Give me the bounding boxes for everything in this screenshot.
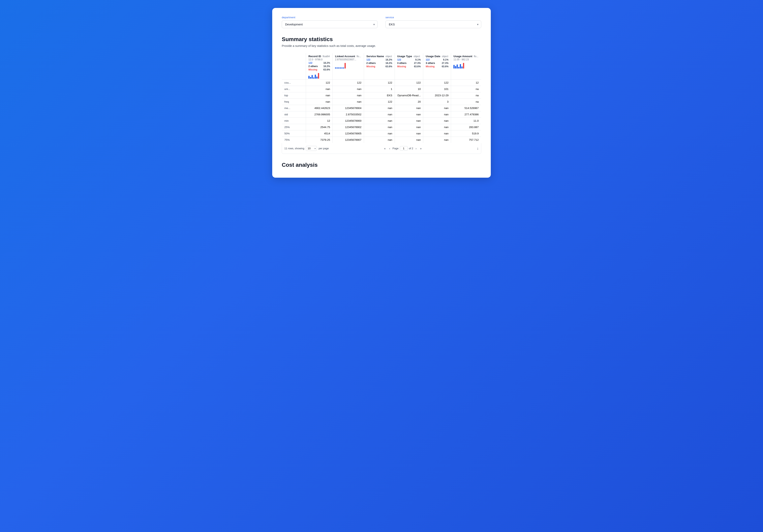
col-type-usage-amount: flo... (474, 55, 479, 58)
table-row: min1212345678900nannannan11.0 (282, 118, 481, 124)
dist-usage-date-3: Missing 63.6% (426, 65, 448, 68)
table-row: 50%451412345678905nannannan519.9 (282, 131, 481, 137)
dist-record-id-3: Missing 63.6% (308, 68, 330, 71)
stats-table: Record ID float64 12.0 - 9788.0 122 18.2… (282, 53, 481, 143)
dist-record-id-2: 2 others 18.2% (308, 65, 330, 68)
chart-record-id (308, 72, 330, 79)
cell-linked-account: 12345678907 (333, 137, 364, 143)
cell-usage-type: DynamoDB-Read... (394, 92, 423, 99)
table-row: std2769.9960052.875033502nannannan277.47… (282, 111, 481, 118)
bar-red (318, 73, 319, 79)
col-name-linked-account: Linked Account (335, 55, 355, 58)
cell-usage-amount: 519.9 (451, 131, 481, 137)
pagination-row: 11 rows, showing 10 25 50 100 per page «… (282, 143, 481, 154)
cell-usage-amount: na (451, 99, 481, 105)
table-row: 25%2544.7512345678902nannannan283.887 (282, 124, 481, 131)
service-filter: service EKS (385, 16, 481, 28)
dist-pct-service-name-2: 18.2% (385, 62, 392, 64)
cell-linked-account: 12345678905 (333, 131, 364, 137)
dist-pct-usage-type-1: 9.1% (415, 58, 421, 61)
dist-missing-usage-type: Missing (397, 65, 406, 68)
row-label: min (282, 118, 306, 124)
per-page-wrapper[interactable]: 10 25 50 100 (306, 146, 317, 151)
dist-others-usage-type: 3 others (397, 62, 406, 64)
col-type-usage-type: object (413, 55, 420, 58)
prev-page-button[interactable]: ‹ (388, 146, 391, 150)
bar (457, 64, 458, 68)
cell-service-name: nan (364, 124, 394, 131)
filters-row: department Development service EKS (282, 16, 481, 28)
dist-blue-usage-type: 122 (397, 58, 401, 61)
per-page-select[interactable]: 10 25 50 100 (306, 146, 317, 151)
cell-usage-amount: na (451, 86, 481, 92)
dist-pct-usage-type-2: 27.3% (414, 62, 421, 64)
col-header-service-name: Service Name object 122 18.2% 2 others 1… (364, 53, 394, 80)
row-label: 50% (282, 131, 306, 137)
col-type-service-name: object (385, 55, 392, 58)
cell-usage-type: nan (394, 137, 423, 143)
dist-pct-service-name-3: 63.6% (385, 65, 392, 68)
col-range-usage-amount: 11.05 - 982.23 (453, 58, 479, 61)
cell-usage-amount: 12 (451, 80, 481, 86)
bar-red (463, 63, 464, 68)
cell-service-name: 122 (364, 99, 394, 105)
cell-record-id: nan (306, 99, 333, 105)
cell-usage-type: 20 (394, 99, 423, 105)
cell-record-id: 2544.75 (306, 124, 333, 131)
row-label: freq (282, 99, 306, 105)
summary-description: Provide a summary of key statistics such… (282, 44, 481, 47)
col-name-record-id: Record ID (308, 55, 321, 58)
cell-record-id: 12 (306, 118, 333, 124)
cell-record-id: 4902.442623 (306, 105, 333, 111)
bar (308, 76, 310, 79)
dist-usage-type-1: 122 9.1% (397, 58, 421, 61)
summary-title: Summary statistics (282, 36, 481, 43)
bar-red (345, 63, 346, 68)
department-label: department (282, 16, 378, 19)
bar (455, 66, 456, 68)
col-name-service-name: Service Name (367, 55, 384, 58)
dist-pct-usage-type-3: 63.6% (414, 65, 421, 68)
department-select-wrapper[interactable]: Development (282, 21, 378, 28)
cell-usage-type: nan (394, 131, 423, 137)
col-name-usage-type: Usage Type (397, 55, 412, 58)
cell-record-id: 7379.25 (306, 137, 333, 143)
of-label: of 2 (409, 147, 413, 150)
dist-others-record-id: 2 others (308, 65, 318, 68)
col-type-record-id: float64 (323, 55, 330, 58)
col-header-usage-date: Usage Date object 122 9.1% 3 others 27.3… (423, 53, 451, 80)
main-card: department Development service EKS Summa… (272, 8, 491, 178)
cell-usage-amount: 277.479386 (451, 111, 481, 118)
cell-usage-date: nan (423, 124, 451, 131)
cell-usage-amount: 11.0 (451, 118, 481, 124)
first-page-button[interactable]: « (383, 146, 387, 150)
download-button[interactable]: ↓ (477, 146, 479, 150)
cell-record-id: 4514 (306, 131, 333, 137)
bar (315, 75, 316, 79)
last-page-button[interactable]: » (419, 146, 423, 150)
bar (461, 66, 463, 68)
service-select-wrapper[interactable]: EKS (385, 21, 481, 28)
row-label: cou... (282, 80, 306, 86)
cell-usage-amount: 757.712 (451, 137, 481, 143)
col-header-usage-amount: Usage Amount flo... 11.05 - 982.23 (451, 53, 481, 80)
cell-service-name: 122 (364, 80, 394, 86)
bar (453, 65, 455, 68)
dist-pct-usage-date-3: 63.6% (442, 65, 448, 68)
service-select[interactable]: EKS (385, 21, 481, 28)
department-select[interactable]: Development (282, 21, 378, 28)
cell-service-name: nan (364, 131, 394, 137)
dist-pct-record-id-3: 63.6% (323, 68, 330, 71)
cell-usage-date: 122 (423, 80, 451, 86)
row-label: uni... (282, 86, 306, 92)
dist-record-id-1: 122 18.2% (308, 61, 330, 64)
dist-service-name-1: 122 18.2% (367, 58, 392, 61)
dist-pct-usage-date-1: 9.1% (443, 58, 448, 61)
cell-usage-type: nan (394, 105, 423, 111)
cell-linked-account: 12345678902 (333, 124, 364, 131)
dist-others-usage-date: 3 others (426, 62, 435, 64)
cell-service-name: EKS (364, 92, 394, 99)
next-page-button[interactable]: › (414, 146, 418, 150)
page-input[interactable] (400, 146, 408, 151)
cell-usage-type: nan (394, 111, 423, 118)
